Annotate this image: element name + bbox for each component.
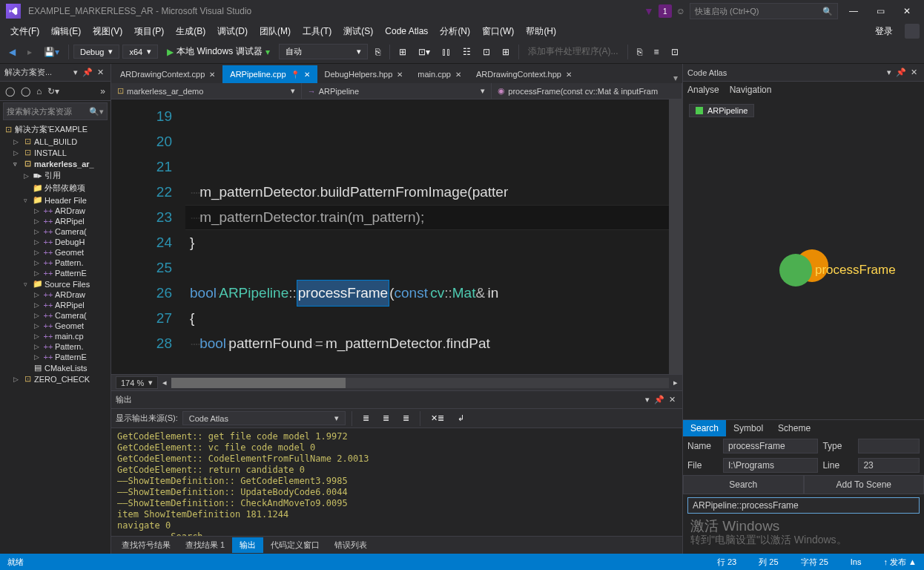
- login-button[interactable]: 登录: [868, 24, 900, 39]
- maximize-button[interactable]: ▭: [869, 3, 891, 19]
- menu-team[interactable]: 团队(M): [254, 24, 297, 39]
- tab-close-icon[interactable]: ✕: [455, 71, 461, 79]
- code-editor[interactable]: 19202122232425262728 ····m_patternDetect…: [111, 99, 682, 374]
- zoom-dropdown[interactable]: 174 %▾: [116, 376, 158, 389]
- tb-icon-4[interactable]: ⫿⫿: [438, 45, 455, 59]
- tb-icon-5[interactable]: ☷: [458, 45, 475, 59]
- pin-icon[interactable]: 📌: [894, 68, 908, 77]
- code-body[interactable]: ····m_patternDetector.buildPatternFromIm…: [185, 99, 669, 374]
- menu-debug[interactable]: 调试(D): [211, 24, 254, 39]
- close-icon[interactable]: ✕: [908, 68, 920, 77]
- atlas-add-button[interactable]: Add To Scene: [804, 475, 925, 494]
- menu-window[interactable]: 窗口(W): [476, 24, 520, 39]
- bottom-tab[interactable]: 查找结果 1: [178, 537, 232, 553]
- bottom-tab[interactable]: 错误列表: [327, 537, 374, 553]
- tb-icon-8[interactable]: ⎘: [633, 45, 647, 59]
- menu-help[interactable]: 帮助(H): [520, 24, 562, 39]
- crumb-function[interactable]: ◉processFrame(const cv::Mat & inputFram: [492, 83, 682, 99]
- name-input[interactable]: processFrame: [723, 439, 818, 453]
- scroll-left-icon[interactable]: ◂: [162, 378, 167, 387]
- close-icon[interactable]: ✕: [95, 68, 106, 77]
- tb-icon-2[interactable]: ⊞: [395, 45, 411, 59]
- bottom-tab[interactable]: 输出: [232, 537, 263, 553]
- tabs-overflow-icon[interactable]: ▾: [669, 73, 682, 83]
- feedback-icon[interactable]: ☺: [676, 6, 685, 16]
- tree-item[interactable]: ▷⊡ZERO_CHECK: [0, 373, 110, 384]
- tab-close-icon[interactable]: ✕: [209, 71, 215, 79]
- tb-icon-9[interactable]: ≡: [650, 45, 664, 59]
- tree-item[interactable]: ▷++ARPipel: [0, 300, 110, 310]
- atlas-chip[interactable]: ARPipeline: [689, 104, 754, 117]
- quick-launch-input[interactable]: 快速启动 (Ctrl+Q)🔍: [690, 3, 838, 19]
- horizontal-scrollbar[interactable]: [171, 378, 669, 388]
- crumb-class[interactable]: →ARPipeline▾: [302, 83, 492, 99]
- nav-back-icon[interactable]: ◀: [4, 45, 20, 59]
- type-input[interactable]: [858, 439, 920, 453]
- tree-item[interactable]: 📁外部依赖项: [0, 182, 110, 194]
- atlas-search-button[interactable]: Search: [683, 475, 804, 494]
- tree-item[interactable]: ▷⊡INSTALL: [0, 147, 110, 158]
- atlas-node[interactable]: processFrame: [779, 254, 812, 286]
- tab-close-icon[interactable]: ✕: [566, 71, 572, 79]
- tb-icon-7[interactable]: ⊞: [498, 45, 514, 59]
- atlas-tab-symbol[interactable]: Symbol: [726, 420, 770, 436]
- fwd-icon[interactable]: ◯: [19, 85, 33, 98]
- add-handler-button[interactable]: 添加事件处理程序(A)...: [524, 44, 623, 59]
- out-icon-1[interactable]: ≣: [358, 412, 374, 425]
- minimize-button[interactable]: —: [842, 3, 865, 19]
- output-source-dropdown[interactable]: Code Atlas▾: [182, 411, 346, 425]
- atlas-tab-search[interactable]: Search: [683, 420, 726, 436]
- tb-icon-3[interactable]: ⊡▾: [414, 45, 435, 59]
- save-all-icon[interactable]: 💾▾: [39, 45, 64, 59]
- menu-edit[interactable]: 编辑(E): [45, 24, 87, 39]
- tree-item[interactable]: ▷++Geomet: [0, 247, 110, 258]
- tb-icon-10[interactable]: ⊡: [667, 45, 683, 59]
- start-debug-button[interactable]: ▶ 本地 Windows 调试器 ▾: [161, 44, 275, 59]
- document-tab[interactable]: ARDrawingContext.cpp✕: [113, 65, 222, 83]
- tree-item[interactable]: ▷++ARPipel: [0, 216, 110, 226]
- tree-item[interactable]: ▷++main.cp: [0, 331, 110, 341]
- atlas-tab-scheme[interactable]: Scheme: [770, 420, 818, 436]
- auto-dropdown[interactable]: 自动▾: [279, 44, 368, 59]
- tree-item[interactable]: ▷++DebugH: [0, 237, 110, 247]
- menu-project[interactable]: 项目(P): [128, 24, 170, 39]
- menu-analyze[interactable]: 分析(N): [434, 24, 476, 39]
- out-icon-2[interactable]: ≣: [378, 412, 394, 425]
- tree-item[interactable]: ▷++ARDraw: [0, 206, 110, 216]
- document-tab[interactable]: DebugHelpers.hpp✕: [317, 65, 411, 83]
- menu-file[interactable]: 文件(F): [4, 24, 45, 39]
- menu-build[interactable]: 生成(B): [170, 24, 211, 39]
- out-wrap-icon[interactable]: ↲: [453, 412, 469, 425]
- tree-item[interactable]: ▿📁Source Files: [0, 278, 110, 289]
- sync-icon[interactable]: ↻▾: [45, 85, 62, 98]
- close-button[interactable]: ✕: [896, 3, 918, 19]
- out-icon-3[interactable]: ≣: [398, 412, 414, 425]
- nav-fwd-icon[interactable]: ▸: [23, 45, 36, 59]
- publish-button[interactable]: ↑ 发布 ▲: [883, 557, 917, 568]
- tree-item[interactable]: ▷⊡ALL_BUILD: [0, 136, 110, 147]
- dropdown-icon[interactable]: ▾: [643, 395, 652, 404]
- close-icon[interactable]: ✕: [667, 395, 678, 404]
- tree-item[interactable]: ▷++PatternE: [0, 352, 110, 362]
- tree-item[interactable]: ▷++Camera(: [0, 226, 110, 237]
- output-text[interactable]: GetCodeElement:: get file code model 1.9…: [111, 428, 682, 536]
- atlas-result[interactable]: ARPipeline::processFrame: [687, 497, 920, 514]
- tab-close-icon[interactable]: ✕: [304, 71, 310, 79]
- avatar-icon[interactable]: [905, 24, 920, 39]
- pin-icon[interactable]: 📌: [80, 68, 95, 77]
- filter-icon[interactable]: ▼: [644, 5, 654, 17]
- atlas-tab-navigation[interactable]: Navigation: [730, 85, 772, 95]
- menu-codeatlas[interactable]: Code Atlas: [379, 24, 434, 38]
- more-icon[interactable]: »: [98, 85, 108, 98]
- tb-icon-1[interactable]: ⎘: [371, 45, 385, 59]
- scroll-right-icon[interactable]: ▸: [673, 378, 678, 387]
- tab-close-icon[interactable]: ✕: [397, 71, 403, 79]
- menu-view[interactable]: 视图(V): [87, 24, 128, 39]
- menu-tools[interactable]: 工具(T): [297, 24, 337, 39]
- home-icon[interactable]: ⌂: [34, 85, 44, 98]
- pin-icon[interactable]: 📍: [291, 71, 300, 79]
- atlas-canvas[interactable]: ARPipeline processFrame: [683, 98, 924, 419]
- out-clear-icon[interactable]: ✕≣: [426, 412, 449, 425]
- file-input[interactable]: I:\Programs: [723, 458, 818, 473]
- document-tab[interactable]: ARPipeline.cpp📍✕: [222, 65, 317, 83]
